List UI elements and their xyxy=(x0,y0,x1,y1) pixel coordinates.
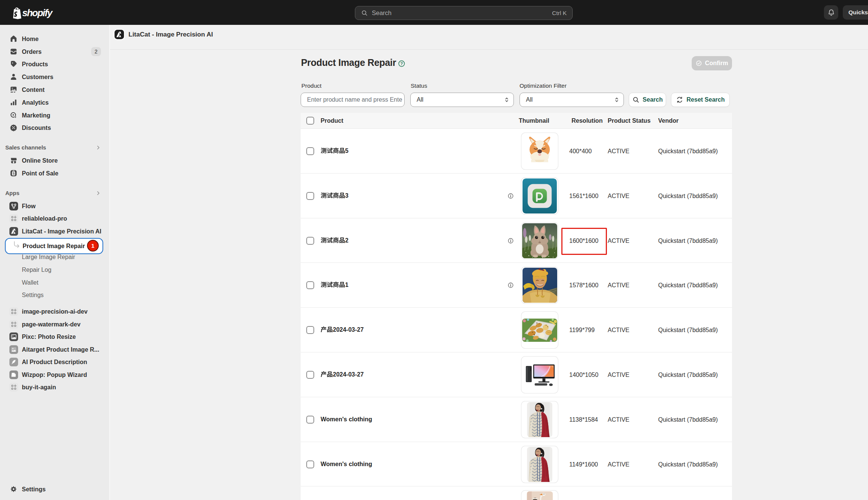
svg-text:2: 2 xyxy=(345,237,348,244)
svg-text:5: 5 xyxy=(345,148,348,154)
svg-text:2024-03-27: 2024-03-27 xyxy=(333,326,364,333)
svg-text:3: 3 xyxy=(345,192,348,199)
svg-text:shopify: shopify xyxy=(22,8,53,18)
svg-text:2024-03-27: 2024-03-27 xyxy=(333,371,364,378)
svg-text:?: ? xyxy=(400,61,403,66)
svg-text:1: 1 xyxy=(345,282,348,288)
